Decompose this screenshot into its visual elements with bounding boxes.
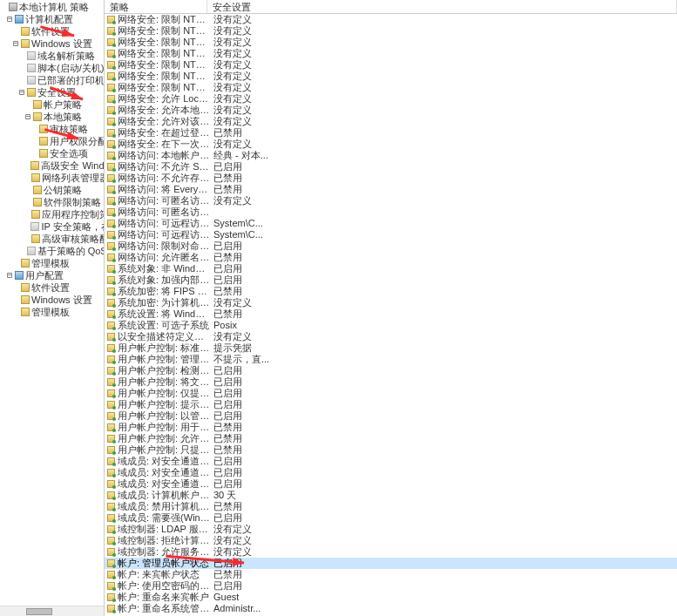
policy-row[interactable]: 域控制器: LDAP 服务器签名...没有定义: [105, 524, 677, 535]
tree-item[interactable]: 已部署的打印机: [0, 74, 104, 86]
tree-item[interactable]: 软件设置: [0, 281, 104, 294]
tree-item[interactable]: 高级审核策略配置: [0, 233, 104, 245]
policy-row[interactable]: 用户帐户控制: 仅提升安装在...已启用: [105, 388, 677, 399]
policy-row[interactable]: 网络访问: 可匿名访问的共享没有定义: [105, 195, 677, 206]
expand-toggle-icon[interactable]: ⊟: [12, 37, 19, 50]
policy-row[interactable]: 域控制器: 允许服务器操作者...没有定义: [105, 546, 677, 558]
policy-row[interactable]: 域成员: 计算机帐户密码最长...30 天: [105, 490, 677, 501]
policy-row[interactable]: 网络安全: 在超过登录时间后...已禁用: [105, 127, 677, 139]
tree-item[interactable]: 用户权限分配: [0, 135, 104, 147]
tree-item[interactable]: IP 安全策略，在 本地: [0, 220, 104, 233]
policy-row[interactable]: 帐户: 来宾帐户状态已禁用: [105, 569, 677, 580]
policy-row[interactable]: 用户帐户控制: 用于内置管理...已禁用: [105, 422, 677, 433]
tree-item[interactable]: 网络列表管理器策略: [0, 172, 104, 184]
tree-item[interactable]: 审核策略: [0, 123, 104, 135]
policy-row[interactable]: 网络访问: 本地帐户的共享和...经典 - 对本...: [105, 150, 677, 161]
tree-item[interactable]: 安全选项: [0, 147, 104, 159]
tree-item[interactable]: ⊟计算机配置: [0, 13, 104, 25]
policy-row[interactable]: 系统设置: 可选子系统Posix: [105, 320, 677, 331]
policy-row[interactable]: 网络访问: 允许匿名 SID/名...已禁用: [105, 252, 677, 263]
tree-item[interactable]: 高级安全 Windows 防: [0, 159, 104, 172]
policy-row[interactable]: 系统对象: 加强内部系统对象...已启用: [105, 274, 677, 286]
policy-row[interactable]: 域成员: 需要强(Windows 20...已启用: [105, 512, 677, 524]
tree-item[interactable]: 软件设置: [0, 25, 104, 37]
tree-item[interactable]: 公钥策略: [0, 184, 104, 196]
policy-row[interactable]: 系统对象: 非 Windows 子系...已启用: [105, 263, 677, 274]
policy-icon: [107, 559, 115, 567]
policy-row[interactable]: 网络访问: 可远程访问的注册...System\C...: [105, 218, 677, 229]
policy-row[interactable]: 域成员: 对安全通道数据进行...已启用: [105, 478, 677, 490]
policy-value: 30 天: [210, 490, 677, 501]
tree-item[interactable]: 应用程序控制策略: [0, 208, 104, 220]
policy-row[interactable]: 用户帐户控制: 提示提升时切...已启用: [105, 399, 677, 410]
tree-item-label: 应用程序控制策略: [42, 208, 104, 220]
item-icon: [27, 76, 36, 85]
tree-item[interactable]: ⊟安全设置: [0, 86, 104, 98]
policy-value: 没有定义: [210, 48, 677, 59]
expand-toggle-icon[interactable]: ⊟: [18, 86, 25, 98]
policy-row[interactable]: 帐户: 重命名来宾帐户Guest: [105, 592, 677, 603]
policy-row[interactable]: 用户帐户控制: 以管理员批准...已启用: [105, 410, 677, 422]
scrollbar-thumb[interactable]: [26, 608, 52, 615]
policy-row[interactable]: 网络访问: 可匿名访问的命名...: [105, 206, 677, 218]
tree-item[interactable]: ⊟本地策略: [0, 111, 104, 123]
tree-item[interactable]: Windows 设置: [0, 294, 104, 306]
policy-row[interactable]: 用户帐户控制: 允许 UIAcces...已禁用: [105, 433, 677, 444]
tree-item[interactable]: 管理模板: [0, 257, 104, 269]
policy-row[interactable]: 用户帐户控制: 只提升签名并...已禁用: [105, 444, 677, 456]
policy-row[interactable]: 用户帐户控制: 检测应用程序...已启用: [105, 365, 677, 376]
policy-row[interactable]: 网络安全: 允许 LocalSystem...没有定义: [105, 93, 677, 105]
expand-toggle-icon[interactable]: ⊟: [6, 13, 13, 25]
tree-item[interactable]: ⊟Windows 设置: [0, 37, 104, 50]
tree-item[interactable]: 基于策略的 QoS: [0, 245, 104, 257]
policy-row[interactable]: 系统设置: 将 Windows 可执...已禁用: [105, 308, 677, 320]
policy-row[interactable]: 域成员: 对安全通道数据进行...已启用: [105, 456, 677, 467]
policy-row[interactable]: 网络安全: 限制 NTLM: 为 N...没有定义: [105, 82, 677, 93]
tree-item[interactable]: ⊟用户配置: [0, 269, 104, 281]
policy-value: 提示凭据: [210, 342, 677, 354]
policy-row[interactable]: 网络安全: 限制 NTLM: 审核...没有定义: [105, 59, 677, 71]
policy-row[interactable]: 网络安全: 允许对该计算机的 ...没有定义: [105, 116, 677, 127]
policy-row[interactable]: 域成员: 对安全通道数据进行...已启用: [105, 467, 677, 478]
policy-row[interactable]: 网络访问: 将 Everyone 权限...已禁用: [105, 184, 677, 195]
policy-icon: [107, 106, 115, 114]
policy-icon: [107, 480, 115, 488]
policy-name: 网络访问: 限制对命名管道和...: [118, 240, 210, 252]
policy-row[interactable]: 以安全描述符定义语言(SDD...没有定义: [105, 331, 677, 342]
policy-row[interactable]: 网络访问: 不允许存储网络身...已禁用: [105, 173, 677, 184]
policy-row[interactable]: 网络安全: 允许本地系统将计...没有定义: [105, 105, 677, 116]
policy-row[interactable]: 系统加密: 为计算机上存储的...没有定义: [105, 297, 677, 308]
tree-item[interactable]: 脚本(启动/关机): [0, 62, 104, 74]
column-header-setting[interactable]: 安全设置: [207, 0, 677, 13]
policy-row[interactable]: 网络访问: 限制对命名管道和...已启用: [105, 240, 677, 252]
policy-row[interactable]: 用户帐户控制: 管理员批准模...不提示，直...: [105, 354, 677, 365]
policy-row[interactable]: 系统加密: 将 FIPS 兼容算法...已禁用: [105, 286, 677, 297]
policy-row[interactable]: 网络安全: 限制 NTLM: 此域...没有定义: [105, 25, 677, 37]
tree-item[interactable]: 域名解析策略: [0, 50, 104, 62]
tree-item[interactable]: 管理模板: [0, 306, 104, 318]
expand-toggle-icon[interactable]: ⊟: [24, 111, 31, 123]
policy-row[interactable]: 帐户: 管理员帐户状态已启用: [105, 558, 677, 569]
policy-row[interactable]: 网络访问: 可远程访问的注册...System\C...: [105, 229, 677, 240]
policy-row[interactable]: 网络安全: 限制 NTLM: 到远...没有定义: [105, 37, 677, 48]
tree-item[interactable]: 帐户策略: [0, 98, 104, 111]
policy-row[interactable]: 网络安全: 限制 NTLM: 添加...没有定义: [105, 71, 677, 82]
column-header-policy[interactable]: 策略: [105, 0, 207, 13]
policy-row[interactable]: 网络安全: 限制 NTLM: 传入 ...没有定义: [105, 14, 677, 25]
policy-row[interactable]: 帐户: 使用空密码的本地帐户...已启用: [105, 580, 677, 592]
tree-item[interactable]: 本地计算机 策略: [0, 1, 104, 13]
policy-row[interactable]: 用户帐户控制: 标准用户的提...提示凭据: [105, 342, 677, 354]
tree-item[interactable]: 软件限制策略: [0, 196, 104, 208]
policy-row[interactable]: 域控制器: 拒绝计算机帐户密...没有定义: [105, 535, 677, 546]
policy-row[interactable]: 帐户: 重命名系统管理员帐户Administr...: [105, 603, 677, 614]
policy-row[interactable]: 网络安全: 限制 NTLM: 审核...没有定义: [105, 48, 677, 59]
policy-row[interactable]: 网络访问: 不允许 SAM 帐户...已启用: [105, 161, 677, 173]
policy-name: 网络访问: 可匿名访问的命名...: [118, 206, 210, 218]
expand-toggle-icon[interactable]: ⊟: [6, 269, 13, 281]
policy-icon: [107, 288, 115, 295]
policy-row[interactable]: 网络安全: 在下一次更改密码...没有定义: [105, 139, 677, 150]
policy-name: 用户帐户控制: 检测应用程序...: [118, 365, 210, 376]
tree-horizontal-scrollbar[interactable]: [0, 606, 104, 616]
policy-row[interactable]: 用户帐户控制: 将文件和注册...已启用: [105, 376, 677, 388]
policy-row[interactable]: 域成员: 禁用计算机帐户密码...已禁用: [105, 501, 677, 512]
